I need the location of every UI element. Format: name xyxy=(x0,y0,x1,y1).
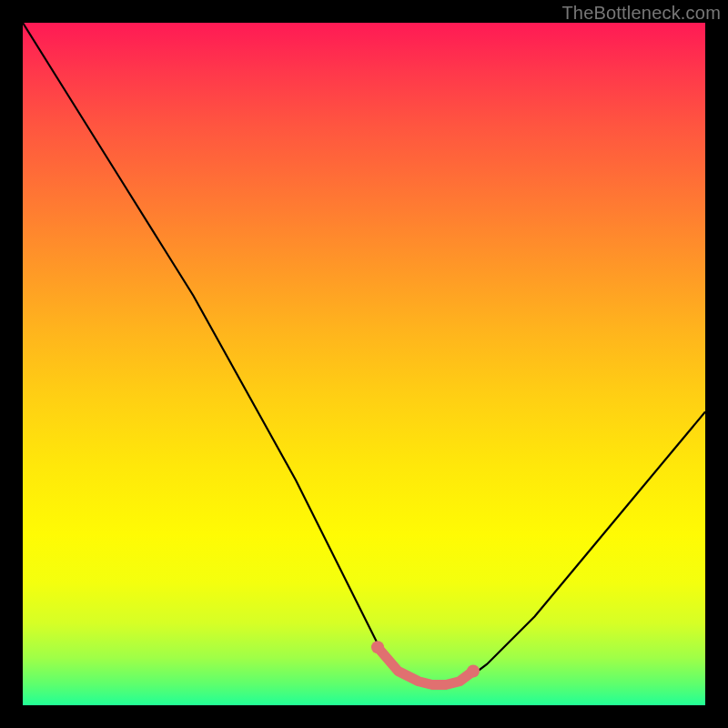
optimal-range-dot-right xyxy=(467,665,480,678)
bottleneck-curve-path xyxy=(23,23,705,685)
plot-area xyxy=(23,23,705,705)
bottleneck-curve-svg xyxy=(23,23,705,705)
optimal-range-dot-left xyxy=(371,641,384,653)
chart-frame: TheBottleneck.com xyxy=(0,0,728,728)
watermark-text: TheBottleneck.com xyxy=(561,3,721,24)
optimal-range-line xyxy=(378,647,473,684)
